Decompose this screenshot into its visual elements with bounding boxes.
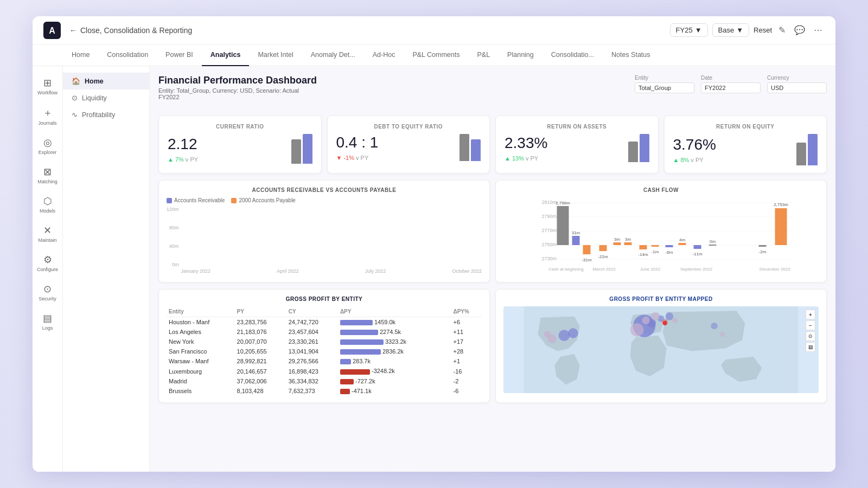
liquidity-icon: ⊙ xyxy=(72,94,78,102)
tab-pl[interactable]: P&L xyxy=(468,44,499,66)
sidebar-item-models[interactable]: ⬡ Models xyxy=(35,191,61,218)
mini-bar-curr xyxy=(303,134,312,164)
dashboard-period: FY2022 xyxy=(158,94,317,100)
sidebar-item-explorer[interactable]: ◎ Explorer xyxy=(35,132,61,159)
dashboard-subtitle: Entity: Total_Group, Currency: USD, Scen… xyxy=(158,87,317,94)
map-zoom-out[interactable]: − xyxy=(806,320,815,330)
edit-icon[interactable]: ✎ xyxy=(776,23,788,37)
kpi-content: 0.4 : 1 ▼ -1% v PY xyxy=(336,134,481,161)
col-dpypct: ΔPY% xyxy=(451,306,482,317)
cf-bar-1 xyxy=(557,206,569,245)
svg-text:-22m: -22m xyxy=(598,254,608,259)
kpi-delta: ▲ 13% v PY xyxy=(505,155,547,162)
svg-text:June 2022: June 2022 xyxy=(640,267,661,272)
profit-table-title: GROSS PROFIT BY ENTITY xyxy=(167,296,482,302)
col-entity: Entity xyxy=(167,306,235,317)
svg-text:A: A xyxy=(49,26,55,35)
fy-dropdown[interactable]: FY25 ▼ xyxy=(670,23,708,37)
profit-table: GROSS PROFIT BY ENTITY Entity PY CY ΔPY … xyxy=(158,289,490,403)
kpi-delta: ▲ 7% v PY xyxy=(168,156,198,163)
map-layers[interactable]: ▤ xyxy=(806,342,815,352)
ar-ap-legend: Accounts Receivable 2000 Accounts Payabl… xyxy=(167,197,482,203)
kpi-title: DEBT TO EQUITY RATIO xyxy=(336,124,481,130)
app-logo: A xyxy=(43,22,61,39)
svg-text:-11m: -11m xyxy=(692,252,703,256)
delta-bar xyxy=(340,349,381,355)
date-select[interactable]: FY2022 xyxy=(701,82,761,93)
bubble-asia1 xyxy=(711,323,717,329)
tab-consolidation[interactable]: Consolidation xyxy=(98,44,157,66)
dashboard-title: Financial Performance Dashboard xyxy=(158,75,317,86)
kpi-value: 0.4 : 1 xyxy=(336,134,379,151)
delta-bar xyxy=(340,320,373,325)
table-row: New York 20,007,070 23,330,261 3323.2k +… xyxy=(167,337,482,346)
tab-home[interactable]: Home xyxy=(63,44,98,66)
sidebar-item-journals[interactable]: ＋ Journals xyxy=(35,102,61,130)
tab-notes-status[interactable]: Notes Status xyxy=(603,44,659,66)
currency-control: Currency USD xyxy=(767,75,827,93)
profitability-icon: ∿ xyxy=(72,111,78,119)
mini-bar-curr xyxy=(640,134,649,162)
table-row: Houston - Manf 23,283,756 24,742,720 145… xyxy=(167,317,482,328)
tab-planning[interactable]: Planning xyxy=(499,44,542,66)
maintain-icon: ✕ xyxy=(43,224,52,236)
mini-bar-prev xyxy=(291,139,301,164)
cf-bar-7 xyxy=(640,245,647,249)
table-row: San Francisco 10,205,655 13,041,904 2836… xyxy=(167,346,482,356)
kpi-row: CURRENT RATIO 2.12 ▲ 7% v PY xyxy=(158,115,827,174)
ar-ap-chart: ACCOUNTS RECEIVABLE VS ACCOUNTS PAYABLE … xyxy=(158,180,490,282)
chevron-down-icon: ▼ xyxy=(695,26,702,34)
map-options[interactable]: ⊙ xyxy=(806,331,815,341)
cf-bar-8 xyxy=(652,245,659,247)
tab-adhoc[interactable]: Ad-Hoc xyxy=(364,44,404,66)
svg-text:2730m: 2730m xyxy=(542,256,557,261)
svg-text:December 2022: December 2022 xyxy=(760,267,790,272)
sidebar: ⊞ Workflow ＋ Journals ◎ Explorer ⊠ Match… xyxy=(33,66,63,472)
cashflow-svg: 2810m 2790m 2770m 2750m 2730m xyxy=(503,197,819,273)
tab-analytics[interactable]: Analytics xyxy=(202,44,250,66)
mini-bar-curr xyxy=(808,134,818,165)
top-actions: FY25 ▼ Base ▼ Reset ✎ 💬 ⋯ xyxy=(670,23,825,37)
more-icon[interactable]: ⋯ xyxy=(812,23,825,37)
sidebar-item-maintain[interactable]: ✕ Maintain xyxy=(35,220,61,247)
left-nav-profitability[interactable]: ∿ Profitability xyxy=(63,106,149,123)
sidebar-item-matching[interactable]: ⊠ Matching xyxy=(35,162,61,189)
comment-icon[interactable]: 💬 xyxy=(792,23,807,37)
sidebar-item-workflow[interactable]: ⊞ Workflow xyxy=(35,73,61,100)
base-dropdown[interactable]: Base ▼ xyxy=(712,23,750,37)
tab-pl-comments[interactable]: P&L Comments xyxy=(404,44,468,66)
svg-text:2790m: 2790m xyxy=(542,214,557,219)
legend-ar: Accounts Receivable xyxy=(167,197,225,203)
delta-bar xyxy=(340,369,370,375)
reset-button[interactable]: Reset xyxy=(754,26,772,34)
cf-bar-14 xyxy=(759,245,767,247)
logs-icon: ▤ xyxy=(43,312,52,324)
back-button[interactable]: ← Close, Consolidation & Reporting xyxy=(69,26,192,35)
col-dpy: ΔPY xyxy=(338,306,445,317)
bubble-eu5 xyxy=(672,318,678,323)
bubble-eu3 xyxy=(651,312,660,321)
security-icon: ⊙ xyxy=(43,283,52,295)
bubble-asia2 xyxy=(720,331,725,337)
tab-market-intel[interactable]: Market Intel xyxy=(249,44,302,66)
bubble-madrid xyxy=(630,323,644,337)
tab-anomaly[interactable]: Anomaly Det... xyxy=(302,44,364,66)
svg-text:March 2022: March 2022 xyxy=(592,267,616,272)
main-layout: ⊞ Workflow ＋ Journals ◎ Explorer ⊠ Match… xyxy=(33,66,835,472)
bubble-red xyxy=(663,321,667,325)
map-background: + − ⊙ ▤ xyxy=(503,306,819,393)
tab-consolidatio[interactable]: Consolidatio... xyxy=(542,44,603,66)
kpi-mini-chart xyxy=(628,134,649,162)
tab-powerbi[interactable]: Power BI xyxy=(157,44,202,66)
sidebar-item-logs[interactable]: ▤ Logs xyxy=(35,308,61,335)
left-nav-liquidity[interactable]: ⊙ Liquidity xyxy=(63,89,149,106)
entity-select[interactable]: Total_Group xyxy=(635,82,694,93)
svg-text:Cash at beginning: Cash at beginning xyxy=(548,267,584,272)
map-zoom-in[interactable]: + xyxy=(806,310,815,319)
sidebar-item-security[interactable]: ⊙ Security xyxy=(35,279,61,306)
currency-select[interactable]: USD xyxy=(767,82,827,93)
left-nav-home[interactable]: 🏠 Home xyxy=(63,73,149,89)
back-arrow-icon: ← xyxy=(69,26,77,35)
col-py: PY xyxy=(235,306,286,317)
sidebar-item-configure[interactable]: ⚙ Configure xyxy=(35,249,61,277)
